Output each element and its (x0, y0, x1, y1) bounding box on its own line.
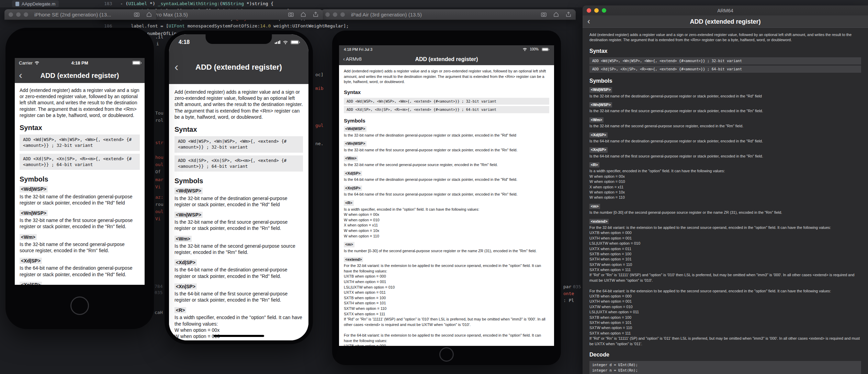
document-scroll-area[interactable]: Add (extended register) adds a register … (339, 65, 554, 346)
document: Add (extended register) adds a register … (589, 32, 861, 374)
zoom-button[interactable] (24, 12, 28, 17)
share-button[interactable] (313, 11, 319, 17)
share-button[interactable] (565, 11, 572, 17)
home-button-toolbar[interactable] (146, 11, 152, 17)
document-scroll-area[interactable]: Add (extended register) adds a register … (15, 83, 145, 285)
symbol-term: <R> (174, 307, 186, 313)
page-title: ADD (extended register) (690, 18, 760, 25)
window-titlebar[interactable]: ARM64 (583, 5, 868, 16)
symbol-desc: Is a width specifier, encoded in the "op… (344, 207, 549, 239)
navigation-bar: ‹ ARMv8 ADD (extended register) (339, 53, 554, 65)
status-bar: 4:18 PM Fri Jul 3 100% (339, 45, 554, 53)
back-button[interactable]: ‹ (587, 16, 590, 26)
symbol-entry: <R>Is a width specifier, encoded in the … (589, 162, 861, 200)
close-button[interactable] (325, 12, 330, 17)
home-button-toolbar[interactable] (553, 11, 559, 17)
symbol-entry: <m>Is the number [0-30] of the second ge… (589, 204, 861, 215)
symbol-entry: <Xd|SP>Is the 64-bit name of the destina… (344, 171, 549, 183)
screenshot-button[interactable] (134, 11, 140, 17)
symbol-entry: <Wm>Is the 32-bit name of the second gen… (589, 117, 861, 129)
screenshot-button[interactable] (288, 11, 294, 17)
symbol-entry: <extend>For the 32-bit variant: is the e… (344, 257, 549, 346)
close-button[interactable] (9, 12, 13, 17)
symbol-term: <Xd|SP> (589, 132, 608, 138)
decode-line: integer n = UInt(Rn); (592, 368, 858, 373)
cellular-signal-icon (275, 40, 281, 44)
symbol-desc: For the 32-bit variant: is the extension… (344, 263, 549, 346)
symbol-entry: <Xd|SP>Is the 64-bit name of the destina… (20, 258, 140, 278)
symbol-desc: Is the number [0-30] of the second gener… (589, 210, 861, 215)
symbol-desc: For the 32-bit variant: is the extension… (589, 225, 861, 347)
code-token: UILabel (128, 1, 147, 6)
minimize-button[interactable] (333, 12, 337, 17)
device-home-button[interactable] (439, 347, 454, 362)
symbol-desc: Is the 64-bit name of the first source g… (174, 291, 303, 303)
wifi-icon (283, 40, 288, 44)
symbol-term: <Wm> (20, 234, 37, 240)
battery-icon (291, 40, 299, 44)
symbols-heading: Symbols (344, 117, 549, 124)
navigation-bar: ‹ ADD (extended register) (15, 68, 145, 83)
window-titlebar[interactable]: iPad Air (3rd generation) (13.5) (321, 9, 576, 20)
decode-block: integer d = UInt(Rd);integer n = UInt(Rn… (589, 361, 861, 374)
battery-icon (132, 61, 140, 65)
ipad-screen: 4:18 PM Fri Jul 3 100% ‹ ARMv8 ADD (exte… (339, 45, 554, 346)
window-controls[interactable] (325, 12, 345, 17)
simulator-window-iphone-se: iPhone SE (2nd generation) (13... Carrie… (4, 9, 156, 329)
symbol-term: <R> (589, 162, 599, 167)
minimize-button[interactable] (594, 8, 599, 13)
page-title: ADD (extended register) (415, 56, 478, 62)
symbol-term: <Wd|WSP> (20, 186, 48, 192)
symbol-desc: Is the 32-bit name of the second general… (344, 162, 549, 168)
symbol-term: <extend> (589, 219, 609, 224)
symbol-term: <R> (344, 200, 354, 206)
clock: 4:18 PM (71, 60, 88, 66)
symbol-entry: <Wm>Is the 32-bit name of the second gen… (20, 234, 140, 254)
symbol-entry: <Wd|WSP>Is the 32-bit name of the destin… (344, 126, 549, 138)
window-controls[interactable] (9, 12, 28, 17)
code-token: string (252, 1, 271, 6)
minimize-button[interactable] (16, 12, 21, 17)
zoom-button[interactable] (602, 8, 606, 13)
back-button[interactable]: ‹ ARMv8 (343, 56, 362, 62)
zoom-button[interactable] (340, 12, 345, 17)
symbol-term: <Xn|SP> (20, 282, 42, 285)
symbol-entry: <Xn|SP>Is the 64-bit name of the first s… (344, 186, 549, 197)
symbol-term: <Xn|SP> (589, 147, 608, 152)
doc-intro: Add (extended register) adds a register … (589, 32, 861, 43)
syntax-line: ADD <Xd|SP>, <Xn|SP>, <R><m>{, <extend> … (344, 106, 549, 113)
syntax-heading: Syntax (344, 89, 549, 96)
document: Add (extended register) adds a register … (174, 89, 303, 340)
home-button-toolbar[interactable] (300, 11, 306, 17)
syntax-line: ADD <Wd|WSP>, <Wn|WSP>, <Wm>{, <extend> … (344, 98, 549, 105)
code-token: - ( (120, 1, 128, 6)
page-title: ADD (extended register) (195, 63, 282, 72)
symbol-desc: Is the 32-bit name of the destination ge… (344, 133, 549, 138)
screenshot-button[interactable] (541, 11, 547, 17)
symbol-desc: Is the 64-bit name of the destination ge… (344, 177, 549, 183)
iphone-11-pro-max-device: 4:18 ‹ ADD (extended register) Add (exte… (165, 31, 313, 344)
symbol-desc: Is the 64-bit name of the first source g… (589, 154, 861, 159)
symbol-desc: Is the 32-bit name of the first source g… (344, 148, 549, 153)
document-scroll-area[interactable]: Add (extended register) adds a register … (169, 84, 308, 340)
back-button[interactable]: ‹ (174, 60, 178, 73)
status-bar: Carrier 4:18 PM (15, 58, 145, 68)
symbol-term: <Wn|WSP> (344, 141, 367, 147)
symbol-desc: Is the 32-bit name of the second general… (174, 243, 303, 255)
syntax-heading: Syntax (589, 47, 861, 55)
back-button[interactable]: ‹ (19, 69, 22, 81)
symbols-heading: Symbols (20, 175, 140, 184)
window-titlebar[interactable]: iPhone SE (2nd generation) (13... (4, 9, 156, 20)
iphone-11-pro-max-screen: 4:18 ‹ ADD (extended register) Add (exte… (169, 34, 308, 340)
symbol-desc: Is the 32-bit name of the first source g… (589, 108, 861, 114)
decode-heading: Decode (589, 351, 861, 359)
symbol-entry: <Wn|WSP>Is the 32-bit name of the first … (174, 212, 303, 232)
home-indicator[interactable] (213, 335, 264, 337)
desktop: AAppDelegate.m 183 - (UILabel *) _syntax… (0, 0, 868, 374)
window-controls[interactable] (587, 8, 606, 13)
symbol-desc: Is the 64-bit name of the first source g… (344, 192, 549, 197)
notch (206, 34, 272, 44)
document-scroll-area[interactable]: Add (extended register) adds a register … (583, 28, 868, 374)
close-button[interactable] (587, 8, 591, 13)
device-home-button[interactable] (70, 296, 89, 315)
